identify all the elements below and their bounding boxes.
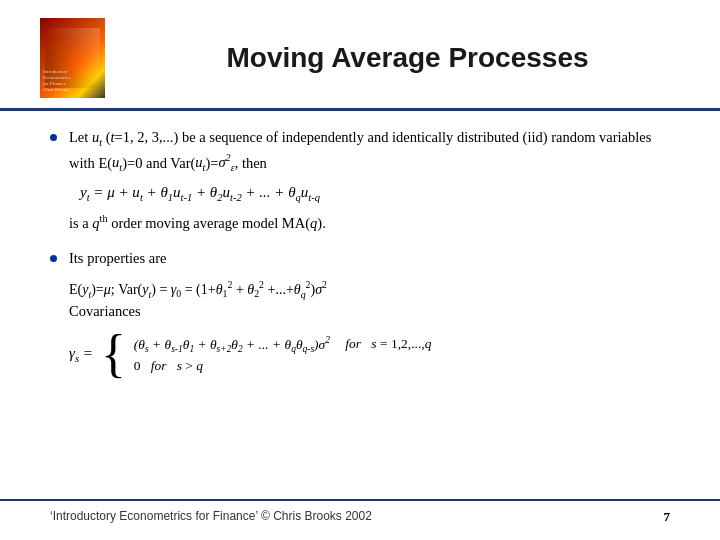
footer-page-number: 7 [664, 509, 671, 525]
bullet-item-2: Its properties are [50, 247, 670, 269]
header: IntroductoryEconometricsfor FinanceChris… [0, 0, 720, 111]
slide-content: Let ut (t=1, 2, 3,...) be a sequence of … [0, 111, 720, 395]
footer: ‘Introductory Econometrics for Finance’ … [0, 499, 720, 525]
gamma-s-symbol: γs = [69, 345, 93, 364]
footer-citation: ‘Introductory Econometrics for Finance’ … [50, 509, 372, 525]
piecewise-case-1: (θs + θs-1θ1 + θs+2θ2 + ... + θqθq-s)σ2 … [134, 335, 432, 354]
its-properties-label: Its properties are [69, 250, 166, 266]
slide-title: Moving Average Processes [135, 42, 680, 74]
properties-formula: E(yt)=μ; Var(yt) = γ0 = (1+θ12 + θ22 +..… [69, 277, 670, 303]
bullet-2-text: Its properties are [69, 247, 166, 269]
piecewise-case-2: 0 for s > q [134, 358, 432, 374]
formula-ma: yt = μ + ut + θ1ut-1 + θ2ut-2 + ... + θq… [80, 184, 670, 203]
slide-container: IntroductoryEconometricsfor FinanceChris… [0, 0, 720, 540]
bullet-1-text: Let ut (t=1, 2, 3,...) be a sequence of … [69, 126, 670, 176]
piecewise-formula: γs = { (θs + θs-1θ1 + θs+2θ2 + ... + θqθ… [69, 328, 670, 380]
bullet-item-1: Let ut (t=1, 2, 3,...) be a sequence of … [50, 126, 670, 176]
book-cover-image: IntroductoryEconometricsfor FinanceChris… [40, 18, 105, 98]
piecewise-cases: (θs + θs-1θ1 + θs+2θ2 + ... + θqθq-s)σ2 … [134, 335, 432, 374]
bullet-dot-1 [50, 134, 57, 141]
ma-statement: is a qth order moving average model MA(q… [69, 211, 670, 235]
covariances-label: Covariances [69, 303, 670, 320]
bullet-dot-2 [50, 255, 57, 262]
left-brace: { [101, 328, 126, 380]
